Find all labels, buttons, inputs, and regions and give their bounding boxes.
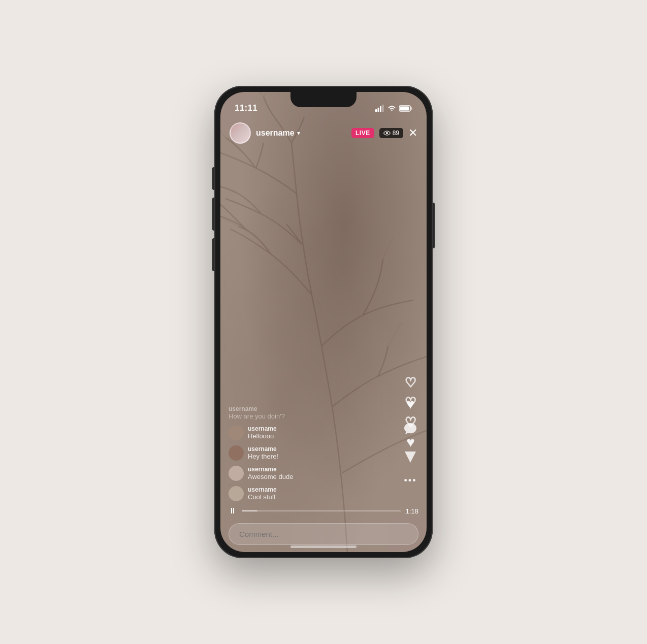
wifi-icon xyxy=(387,105,396,112)
progress-bar-row: ⏸ 1:18 xyxy=(229,506,418,516)
username-row: username ▾ xyxy=(256,128,300,138)
comment-input[interactable] xyxy=(229,523,418,545)
comment-message: Awesome dude xyxy=(248,473,293,480)
comment-message: How are you doin'? xyxy=(229,412,285,420)
svg-rect-6 xyxy=(400,106,409,110)
live-badge: LIVE xyxy=(351,128,374,138)
svg-marker-8 xyxy=(405,452,416,463)
user-avatar[interactable] xyxy=(230,122,251,144)
comment-username: username xyxy=(248,466,293,473)
comment-bubble-button[interactable] xyxy=(403,422,417,439)
comment-message: Hey there! xyxy=(248,453,278,460)
comments-section: username How are you doin'? username Hel… xyxy=(220,405,396,501)
comment-avatar xyxy=(229,486,244,501)
comment-username: username xyxy=(248,486,277,493)
volume-down-button[interactable] xyxy=(212,238,214,271)
comment-message: Helloooo xyxy=(248,432,277,440)
comment-username: username xyxy=(229,405,285,412)
progress-track[interactable] xyxy=(242,510,401,511)
svg-rect-2 xyxy=(380,106,381,112)
comment-text-wrap: username Helloooo xyxy=(248,425,277,440)
svg-rect-5 xyxy=(411,107,412,110)
comment-item: username Cool stuff xyxy=(229,486,388,501)
phone-device: 11:11 xyxy=(214,86,433,558)
comment-input-row xyxy=(229,523,418,545)
comment-avatar xyxy=(229,466,244,481)
svg-rect-1 xyxy=(378,108,379,112)
comment-item: username Hey there! xyxy=(229,445,388,461)
comment-avatar xyxy=(229,425,244,440)
share-triangle-icon xyxy=(405,448,416,463)
top-right-actions: LIVE 89 ✕ xyxy=(351,126,417,140)
viewer-count: 89 xyxy=(393,130,399,137)
eye-icon xyxy=(383,131,391,136)
comment-item: username How are you doin'? xyxy=(229,405,388,420)
share-button[interactable] xyxy=(405,448,416,466)
home-indicator[interactable] xyxy=(290,545,357,548)
username-label: username xyxy=(256,128,295,138)
battery-icon xyxy=(399,105,412,112)
top-bar: username ▾ LIVE 89 ✕ xyxy=(220,117,427,149)
status-time: 11:11 xyxy=(235,103,257,113)
comment-item: username Helloooo xyxy=(229,425,388,440)
progress-fill xyxy=(242,510,257,511)
comment-avatar xyxy=(229,445,244,461)
comment-text-wrap: username Hey there! xyxy=(248,445,278,460)
speech-bubble-icon xyxy=(403,422,417,436)
signal-icon xyxy=(375,105,384,112)
comment-item: username Awesome dude xyxy=(229,466,388,481)
phone-notch xyxy=(290,92,357,107)
power-button[interactable] xyxy=(433,203,435,248)
comment-username: username xyxy=(248,425,277,432)
phone-screen: 11:11 xyxy=(220,92,427,552)
chevron-down-icon[interactable]: ▾ xyxy=(297,130,300,137)
comment-text-wrap: username Awesome dude xyxy=(248,466,293,480)
heart-outline-1: ♡ xyxy=(405,375,416,391)
volume-up-button[interactable] xyxy=(212,198,214,231)
more-options-button[interactable]: ••• xyxy=(404,475,417,486)
status-icons xyxy=(375,105,412,112)
user-info[interactable]: username ▾ xyxy=(230,122,300,144)
svg-rect-0 xyxy=(375,109,377,112)
comment-message: Cool stuff xyxy=(248,493,277,501)
svg-rect-3 xyxy=(382,105,384,112)
pause-button[interactable]: ⏸ xyxy=(229,506,237,516)
comment-text-wrap: username How are you doin'? xyxy=(229,405,285,420)
viewers-badge: 89 xyxy=(379,128,403,138)
side-actions: ♥ ••• xyxy=(403,396,417,486)
time-label: 1:18 xyxy=(406,507,418,515)
close-button[interactable]: ✕ xyxy=(408,126,417,140)
like-button[interactable]: ♥ xyxy=(406,396,415,412)
svg-point-7 xyxy=(386,132,388,134)
comment-username: username xyxy=(248,445,278,453)
comment-text-wrap: username Cool stuff xyxy=(248,486,277,501)
